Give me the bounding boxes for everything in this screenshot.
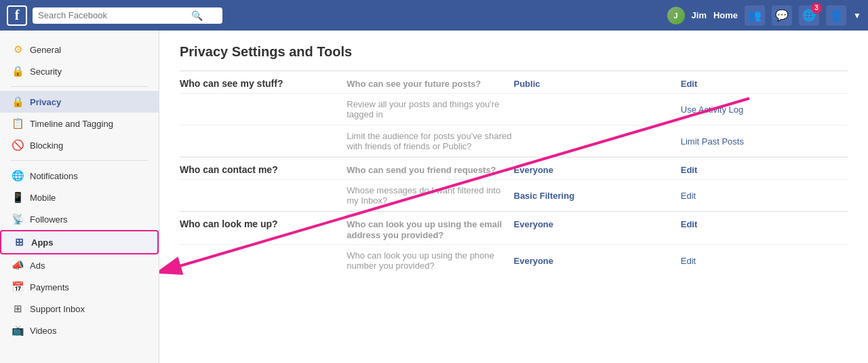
row-value: Everyone [514,256,554,266]
row-desc: Review all your posts and things you're … [347,99,499,119]
messages-icon: 💬 [775,9,789,22]
gear-icon: ⚙ [11,43,24,56]
sidebar-item-label: Support Inbox [30,304,85,314]
notifications-icon-btn[interactable]: 🌐 3 [799,5,819,26]
nav-dropdown-arrow[interactable]: ▼ [853,11,861,20]
table-row: Whose messages do I want filtered into m… [180,180,848,212]
sidebar-divider-2 [11,160,148,161]
account-icon: 👤 [829,9,843,22]
payments-icon: 📅 [11,280,24,294]
top-navigation: f 🔍 J Jim Home 👥 💬 🌐 3 👤 ▼ [0,0,868,31]
sidebar-item-support-inbox[interactable]: ⊞ Support Inbox [0,298,159,320]
sidebar-divider-1 [11,86,148,87]
facebook-logo: f [7,5,27,26]
section-header-who-look-me-up: Who can look me up? Who can look you up … [180,212,848,245]
sidebar-item-ads[interactable]: 📣 Ads [0,254,159,276]
edit-link[interactable]: Edit [681,191,696,201]
account-icon-btn[interactable]: 👤 [826,5,846,26]
limit-past-posts-link[interactable]: Limit Past Posts [681,136,744,147]
row-desc: Who can send you friend requests? [347,165,496,175]
row-desc: Limit the audience for posts you've shar… [347,131,511,151]
sidebar-item-blocking[interactable]: 🚫 Blocking [0,134,159,156]
nav-home-link[interactable]: Home [713,10,738,20]
section-title: Who can contact me? [180,157,347,180]
shield-icon: 🔒 [11,64,24,78]
sidebar-item-label: Security [30,66,62,77]
apps-icon: ⊞ [12,235,26,249]
sidebar-item-videos[interactable]: 📺 Videos [0,320,159,341]
nav-username[interactable]: Jim [692,10,707,20]
sidebar-item-timeline-tagging[interactable]: 📋 Timeline and Tagging [0,113,159,134]
section-title: Who can see my stuff? [180,71,347,94]
sidebar: ⚙ General 🔒 Security 🔒 Privacy 📋 Timelin… [0,31,159,363]
row-value: Everyone [514,219,554,229]
row-desc: Who can look you up using the phone numb… [347,250,494,271]
row-desc: Who can look you up using the email addr… [347,219,502,240]
block-icon: 🚫 [11,138,24,152]
page-title: Privacy Settings and Tools [180,44,848,60]
section-desc-col: Who can see your future posts? [347,71,513,94]
edit-link[interactable]: Edit [681,256,696,266]
sidebar-item-label: Apps [31,237,54,248]
edit-link[interactable]: Edit [681,219,698,229]
table-row: Limit the audience for posts you've shar… [180,126,848,157]
sidebar-item-label: Followers [30,214,68,225]
settings-table: Who can see my stuff? Who can see your f… [180,71,848,276]
sidebar-item-followers[interactable]: 📡 Followers [0,208,159,230]
globe-icon: 🌐 [11,169,24,183]
sidebar-item-label: General [30,45,61,55]
row-value: Everyone [514,165,554,175]
sidebar-item-mobile[interactable]: 📱 Mobile [0,187,159,208]
sidebar-item-label: Timeline and Tagging [30,119,113,129]
page-layout: ⚙ General 🔒 Security 🔒 Privacy 📋 Timelin… [0,31,868,363]
table-row: Review all your posts and things you're … [180,94,848,126]
edit-link[interactable]: Edit [681,165,698,175]
support-icon: ⊞ [11,302,24,316]
friends-icon: 👥 [748,9,762,22]
privacy-icon: 🔒 [11,95,24,109]
activity-log-link[interactable]: Use Activity Log [681,104,744,115]
sidebar-item-privacy[interactable]: 🔒 Privacy [0,91,159,113]
mobile-icon: 📱 [11,191,24,204]
sidebar-item-label: Blocking [30,140,63,151]
sidebar-item-notifications[interactable]: 🌐 Notifications [0,165,159,187]
notification-badge: 3 [811,3,822,14]
friends-icon-btn[interactable]: 👥 [745,5,765,26]
edit-link[interactable]: Edit [681,79,698,89]
sidebar-item-label: Ads [30,261,45,271]
section-title: Who can look me up? [180,212,347,245]
sidebar-item-label: Videos [30,326,57,336]
sidebar-item-apps[interactable]: ⊞ Apps [0,230,159,254]
table-row: Who can look you up using the phone numb… [180,245,848,277]
search-bar[interactable]: 🔍 [33,7,222,24]
row-desc: Whose messages do I want filtered into m… [347,185,500,206]
videos-icon: 📺 [11,324,24,337]
nav-right: J Jim Home 👥 💬 🌐 3 👤 ▼ [667,5,861,26]
row-value: Basic Filtering [514,191,575,201]
sidebar-item-label: Notifications [30,171,78,181]
timeline-icon: 📋 [11,117,24,130]
section-value-col: Public [514,71,681,94]
sidebar-item-label: Mobile [30,193,56,203]
sidebar-item-general[interactable]: ⚙ General [0,39,159,60]
section-header-who-contact-me: Who can contact me? Who can send you fri… [180,157,848,180]
sidebar-item-label: Privacy [30,97,61,107]
row-desc: Who can see your future posts? [347,79,481,89]
row-value: Public [514,79,540,89]
ads-icon: 📣 [11,259,24,272]
avatar: J [667,7,685,24]
section-action-col[interactable]: Edit [681,71,848,94]
search-input[interactable] [38,10,187,20]
sidebar-item-payments[interactable]: 📅 Payments [0,276,159,298]
main-content: Privacy Settings and Tools Who can see m… [159,31,868,363]
search-icon[interactable]: 🔍 [191,10,203,21]
messages-icon-btn[interactable]: 💬 [772,5,792,26]
sidebar-item-label: Payments [30,282,69,292]
section-header-who-see-stuff: Who can see my stuff? Who can see your f… [180,71,848,94]
rss-icon: 📡 [11,212,24,226]
sidebar-item-security[interactable]: 🔒 Security [0,60,159,82]
